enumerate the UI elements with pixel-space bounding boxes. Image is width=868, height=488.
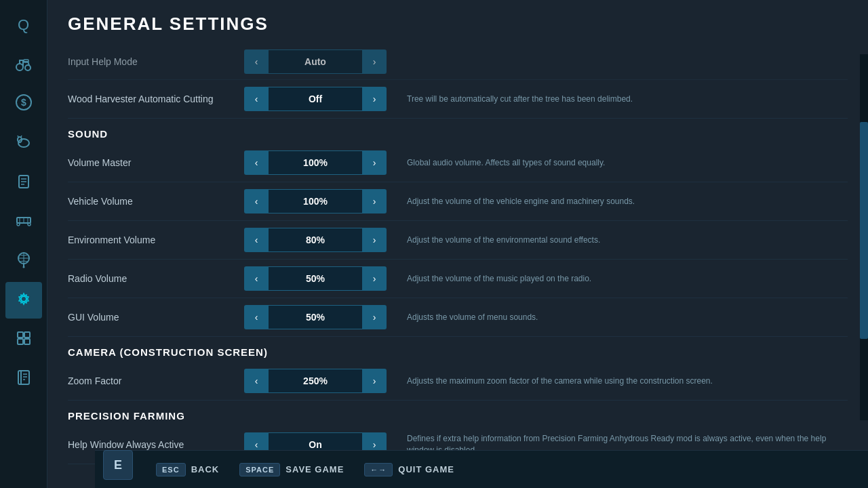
environment-volume-value: 80% xyxy=(269,228,362,252)
vehicle-volume-value: 100% xyxy=(269,189,362,214)
quit-label: QUIT GAME xyxy=(398,464,454,474)
cutoff-next-btn[interactable]: › xyxy=(362,49,387,74)
zoom-factor-label: Zoom Factor xyxy=(68,375,244,386)
setting-row-radio-volume: Radio Volume ‹ 50% › Adjust the volume o… xyxy=(68,260,848,298)
sidebar-item-conveyor[interactable] xyxy=(5,203,42,240)
volume-master-value: 100% xyxy=(269,150,362,175)
dollar-icon: $ xyxy=(14,93,33,115)
zoom-factor-desc: Adjusts the maximum zoom factor of the c… xyxy=(387,375,848,387)
cutoff-value: Auto xyxy=(269,49,362,74)
book-icon xyxy=(14,368,33,390)
sidebar-item-map[interactable] xyxy=(5,243,42,279)
sidebar-item-q[interactable]: Q xyxy=(5,7,42,43)
radio-volume-prev-btn[interactable]: ‹ xyxy=(244,266,269,291)
gui-volume-label: GUI Volume xyxy=(68,312,244,323)
radio-volume-next-btn[interactable]: › xyxy=(362,266,387,291)
zoom-factor-next-btn[interactable]: › xyxy=(362,369,387,393)
precision-section-header: PRECISION FARMING xyxy=(68,401,848,426)
back-label: BACK xyxy=(191,464,220,474)
papers-icon xyxy=(14,171,33,193)
volume-master-label: Volume Master xyxy=(68,157,244,168)
gui-volume-prev-btn[interactable]: ‹ xyxy=(244,305,269,329)
environment-volume-next-btn[interactable]: › xyxy=(362,228,387,252)
wood-harvester-prev-btn[interactable]: ‹ xyxy=(244,87,269,111)
settings-area: Input Help Mode ‹ Auto › Wood Harvester … xyxy=(68,44,868,488)
zoom-factor-control: ‹ 250% › xyxy=(244,369,387,393)
back-button[interactable]: ESC BACK xyxy=(156,463,219,476)
settings-scroll[interactable]: Input Help Mode ‹ Auto › Wood Harvester … xyxy=(68,44,854,488)
sidebar-item-papers[interactable] xyxy=(5,164,42,201)
sidebar-item-settings[interactable] xyxy=(5,282,42,319)
gui-volume-next-btn[interactable]: › xyxy=(362,305,387,329)
e-button[interactable]: E xyxy=(103,450,133,480)
main-content: GENERAL SETTINGS Input Help Mode ‹ Auto … xyxy=(47,0,868,488)
svg-rect-28 xyxy=(24,339,30,344)
svg-rect-26 xyxy=(24,332,30,338)
vehicle-volume-label: Vehicle Volume xyxy=(68,196,244,207)
wood-harvester-label: Wood Harvester Automatic Cutting xyxy=(68,94,244,104)
scrollbar-track xyxy=(860,54,868,420)
quit-game-button[interactable]: ←→ QUIT GAME xyxy=(364,463,454,476)
svg-text:$: $ xyxy=(21,97,26,108)
environment-volume-desc: Adjust the volume of the environmental s… xyxy=(387,235,848,246)
bottom-bar: E ESC BACK SPACE SAVE GAME ←→ QUIT GAME xyxy=(95,450,868,488)
wood-harvester-value: Off xyxy=(269,87,362,111)
svg-line-8 xyxy=(21,136,22,137)
gui-volume-control: ‹ 50% › xyxy=(244,305,387,329)
volume-master-next-btn[interactable]: › xyxy=(362,150,387,175)
svg-point-0 xyxy=(16,64,23,70)
setting-row-volume-master: Volume Master ‹ 100% › Global audio volu… xyxy=(68,144,848,182)
sidebar-item-money[interactable]: $ xyxy=(5,85,42,122)
sidebar: Q $ xyxy=(0,0,47,488)
sidebar-item-animals[interactable] xyxy=(5,125,42,161)
vehicle-volume-prev-btn[interactable]: ‹ xyxy=(244,189,269,214)
svg-point-24 xyxy=(21,296,26,302)
radio-volume-value: 50% xyxy=(269,266,362,291)
environment-volume-control: ‹ 80% › xyxy=(244,228,387,252)
gui-volume-value: 50% xyxy=(269,305,362,329)
gear-icon xyxy=(14,289,33,311)
svg-point-17 xyxy=(17,223,20,226)
map-icon xyxy=(14,250,33,272)
scrollbar-thumb[interactable] xyxy=(860,122,868,339)
radio-volume-label: Radio Volume xyxy=(68,273,244,284)
volume-master-desc: Global audio volume. Affects all types o… xyxy=(387,157,848,169)
cutoff-control: ‹ Auto › xyxy=(244,49,387,74)
modules-icon xyxy=(14,329,33,350)
save-label: SAVE GAME xyxy=(285,464,344,474)
cutoff-prev-btn[interactable]: ‹ xyxy=(244,49,269,74)
cutoff-row: Input Help Mode ‹ Auto › xyxy=(68,44,848,80)
setting-row-environment-volume: Environment Volume ‹ 80% › Adjust the vo… xyxy=(68,221,848,260)
wood-harvester-control: ‹ Off › xyxy=(244,87,387,111)
setting-row-wood-harvester: Wood Harvester Automatic Cutting ‹ Off ›… xyxy=(68,80,848,119)
radio-volume-control: ‹ 50% › xyxy=(244,266,387,291)
setting-row-gui-volume: GUI Volume ‹ 50% › Adjusts the volume of… xyxy=(68,298,848,337)
esc-key-badge: ESC xyxy=(156,463,186,476)
wood-harvester-next-btn[interactable]: › xyxy=(362,87,387,111)
page-title: GENERAL SETTINGS xyxy=(68,14,868,35)
environment-volume-label: Environment Volume xyxy=(68,235,244,245)
environment-volume-prev-btn[interactable]: ‹ xyxy=(244,228,269,252)
svg-point-5 xyxy=(18,139,29,147)
setting-row-vehicle-volume: Vehicle Volume ‹ 100% › Adjust the volum… xyxy=(68,182,848,221)
svg-line-7 xyxy=(18,136,18,137)
setting-row-zoom-factor: Zoom Factor ‹ 250% › Adjusts the maximum… xyxy=(68,362,848,401)
svg-rect-25 xyxy=(18,332,23,338)
sidebar-item-modules[interactable] xyxy=(5,321,42,358)
zoom-factor-value: 250% xyxy=(269,369,362,393)
cutoff-label: Input Help Mode xyxy=(68,56,244,67)
vehicle-volume-control: ‹ 100% › xyxy=(244,189,387,214)
sidebar-item-tractor[interactable] xyxy=(5,46,42,83)
sidebar-item-book[interactable] xyxy=(5,361,42,397)
svg-point-18 xyxy=(28,223,31,226)
camera-section-header: CAMERA (CONSTRUCTION SCREEN) xyxy=(68,337,848,362)
q-icon: Q xyxy=(18,18,29,33)
help-window-label: Help Window Always Active xyxy=(68,439,244,450)
save-game-button[interactable]: SPACE SAVE GAME xyxy=(239,463,344,476)
volume-master-prev-btn[interactable]: ‹ xyxy=(244,150,269,175)
svg-point-1 xyxy=(25,65,31,70)
svg-rect-27 xyxy=(18,339,23,344)
zoom-factor-prev-btn[interactable]: ‹ xyxy=(244,369,269,393)
tractor-icon xyxy=(14,54,33,75)
vehicle-volume-next-btn[interactable]: › xyxy=(362,189,387,214)
